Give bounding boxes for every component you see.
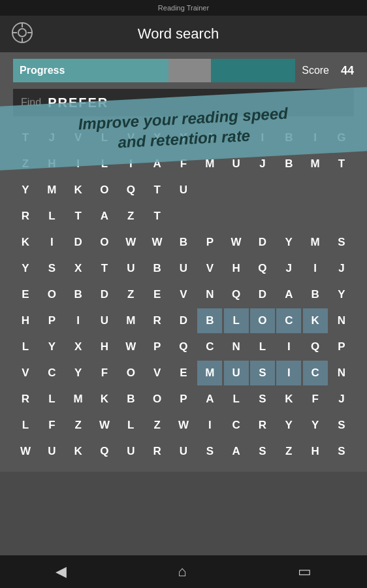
grid-cell[interactable]: Q bbox=[303, 335, 328, 359]
grid-cell[interactable] bbox=[250, 204, 275, 229]
grid-cell[interactable]: Y bbox=[329, 282, 354, 307]
grid-cell[interactable]: P bbox=[145, 335, 170, 359]
grid-cell[interactable]: Z bbox=[66, 413, 91, 438]
grid-cell[interactable]: P bbox=[197, 230, 222, 255]
grid-cell[interactable]: K bbox=[92, 387, 117, 412]
grid-cell[interactable]: Q bbox=[171, 335, 196, 359]
grid-cell[interactable]: L bbox=[13, 413, 38, 438]
grid-cell[interactable]: K bbox=[66, 439, 91, 464]
grid-cell[interactable]: U bbox=[171, 178, 196, 203]
grid-cell[interactable]: K bbox=[303, 308, 328, 333]
grid-cell[interactable]: A bbox=[276, 282, 301, 307]
grid-cell[interactable]: N bbox=[329, 308, 354, 333]
grid-cell[interactable]: L bbox=[118, 413, 143, 438]
grid-cell[interactable]: J bbox=[329, 256, 354, 281]
grid-cell[interactable] bbox=[197, 178, 222, 203]
grid-cell[interactable]: P bbox=[39, 308, 64, 333]
grid-cell[interactable] bbox=[250, 178, 275, 203]
grid-cell[interactable]: P bbox=[171, 387, 196, 412]
grid-cell[interactable]: A bbox=[197, 387, 222, 412]
grid-cell[interactable]: M bbox=[118, 308, 143, 333]
grid-cell[interactable]: R bbox=[250, 413, 275, 438]
grid-cell[interactable]: S bbox=[329, 413, 354, 438]
grid-cell[interactable]: J bbox=[276, 256, 301, 281]
grid-cell[interactable]: D bbox=[250, 282, 275, 307]
grid-cell[interactable]: Q bbox=[224, 282, 249, 307]
grid-cell[interactable]: K bbox=[13, 230, 38, 255]
grid-cell[interactable]: I bbox=[66, 308, 91, 333]
grid-cell[interactable]: F bbox=[303, 387, 328, 412]
grid-cell[interactable]: S bbox=[197, 439, 222, 464]
grid-cell[interactable] bbox=[171, 204, 196, 229]
word-grid[interactable]: TJVLVXYJJIBIGZHILIAFMUJBMTYMKOQTURLTAZTK… bbox=[13, 125, 354, 464]
grid-cell[interactable]: Y bbox=[13, 256, 38, 281]
grid-cell[interactable]: B bbox=[171, 230, 196, 255]
grid-cell[interactable] bbox=[303, 178, 328, 203]
grid-cell[interactable]: K bbox=[276, 387, 301, 412]
grid-cell[interactable]: B bbox=[197, 308, 222, 333]
grid-cell[interactable]: M bbox=[66, 387, 91, 412]
grid-cell[interactable]: N bbox=[224, 335, 249, 359]
grid-cell[interactable]: M bbox=[197, 361, 222, 385]
grid-cell[interactable]: T bbox=[66, 204, 91, 229]
grid-cell[interactable]: L bbox=[39, 204, 64, 229]
grid-cell[interactable]: O bbox=[92, 178, 117, 203]
grid-cell[interactable] bbox=[329, 178, 354, 203]
grid-cell[interactable]: Z bbox=[276, 439, 301, 464]
grid-cell[interactable]: U bbox=[118, 256, 143, 281]
grid-cell[interactable]: C bbox=[276, 308, 301, 333]
grid-cell[interactable]: R bbox=[13, 387, 38, 412]
grid-cell[interactable] bbox=[276, 178, 301, 203]
grid-cell[interactable]: Y bbox=[66, 361, 91, 385]
grid-cell[interactable]: D bbox=[66, 230, 91, 255]
grid-cell[interactable] bbox=[197, 204, 222, 229]
grid-cell[interactable]: W bbox=[118, 335, 143, 359]
grid-cell[interactable]: I bbox=[276, 335, 301, 359]
grid-cell[interactable]: S bbox=[250, 439, 275, 464]
grid-cell[interactable]: I bbox=[197, 413, 222, 438]
grid-cell[interactable]: H bbox=[303, 439, 328, 464]
grid-cell[interactable]: C bbox=[39, 361, 64, 385]
grid-cell[interactable]: S bbox=[250, 361, 275, 385]
grid-cell[interactable]: D bbox=[92, 282, 117, 307]
grid-cell[interactable]: Z bbox=[118, 204, 143, 229]
grid-cell[interactable]: Y bbox=[276, 413, 301, 438]
grid-cell[interactable]: W bbox=[13, 439, 38, 464]
grid-cell[interactable]: T bbox=[92, 256, 117, 281]
home-button[interactable]: ⌂ bbox=[165, 558, 199, 585]
grid-cell[interactable]: N bbox=[329, 361, 354, 385]
grid-cell[interactable]: X bbox=[66, 335, 91, 359]
grid-cell[interactable] bbox=[303, 204, 328, 229]
grid-cell[interactable]: Q bbox=[250, 256, 275, 281]
grid-cell[interactable]: D bbox=[250, 230, 275, 255]
grid-cell[interactable]: P bbox=[329, 335, 354, 359]
grid-cell[interactable]: Y bbox=[303, 413, 328, 438]
grid-cell[interactable]: T bbox=[145, 178, 170, 203]
grid-cell[interactable]: K bbox=[66, 178, 91, 203]
grid-cell[interactable]: U bbox=[171, 439, 196, 464]
grid-cell[interactable]: W bbox=[224, 230, 249, 255]
grid-cell[interactable]: L bbox=[39, 387, 64, 412]
grid-cell[interactable]: S bbox=[39, 256, 64, 281]
grid-cell[interactable]: H bbox=[224, 256, 249, 281]
grid-cell[interactable]: C bbox=[197, 335, 222, 359]
grid-cell[interactable]: R bbox=[145, 308, 170, 333]
grid-cell[interactable]: D bbox=[171, 308, 196, 333]
grid-cell[interactable]: J bbox=[329, 387, 354, 412]
grid-cell[interactable]: O bbox=[145, 387, 170, 412]
grid-cell[interactable]: S bbox=[250, 387, 275, 412]
grid-cell[interactable]: O bbox=[118, 361, 143, 385]
grid-cell[interactable]: I bbox=[303, 256, 328, 281]
grid-cell[interactable]: A bbox=[224, 439, 249, 464]
grid-cell[interactable]: T bbox=[145, 204, 170, 229]
grid-cell[interactable]: Z bbox=[145, 413, 170, 438]
grid-cell[interactable]: R bbox=[13, 204, 38, 229]
recent-button[interactable]: ▭ bbox=[285, 558, 325, 585]
grid-cell[interactable]: Z bbox=[118, 282, 143, 307]
grid-cell[interactable]: L bbox=[224, 387, 249, 412]
grid-cell[interactable]: O bbox=[250, 308, 275, 333]
grid-cell[interactable]: Y bbox=[13, 178, 38, 203]
grid-cell[interactable]: U bbox=[39, 439, 64, 464]
grid-cell[interactable]: C bbox=[224, 413, 249, 438]
grid-cell[interactable]: B bbox=[66, 282, 91, 307]
